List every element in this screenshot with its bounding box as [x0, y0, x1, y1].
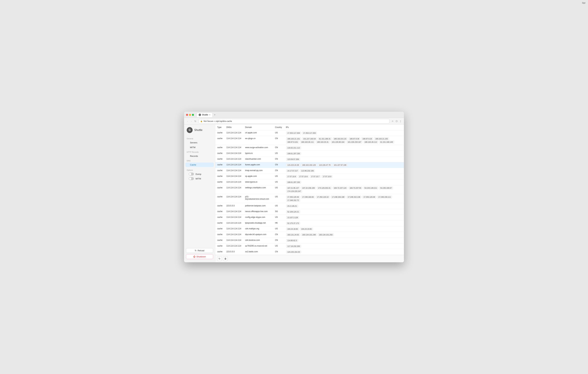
tab-close-button[interactable]: ✕ — [209, 114, 210, 116]
browser-tab[interactable]: G Shuttle ✕ — [197, 113, 213, 117]
ip-tag: 180.97.8.101 — [286, 141, 299, 143]
ip-tag: 180.163.26.112 — [363, 141, 378, 143]
cell-type: cache — [215, 215, 224, 220]
forward-button[interactable]: › — [190, 120, 193, 123]
cell-country: CN — [273, 162, 284, 168]
table-row[interactable]: cache114.114.114.114az764295.vo.msecnd.n… — [215, 243, 404, 249]
cell-country: CN — [273, 168, 284, 174]
cell-country: HK — [273, 220, 284, 226]
toggle-dump[interactable] — [189, 173, 194, 176]
cell-type: cache — [215, 249, 224, 255]
table-row[interactable]: cache114.114.114.114xp.apple.comUS17.57.… — [215, 174, 404, 179]
url-text: c.sipt.top/dns-cache — [214, 120, 232, 122]
ip-tag: 180.163.21.101 — [286, 137, 301, 140]
table-row[interactable]: cache114.114.114.114cdn.mathjax.orgUS104… — [215, 226, 404, 232]
ip-tag: 17.250.120.48 — [362, 196, 376, 198]
table-row[interactable]: cache114.114.114.114cdn.bootcss.comCN114… — [215, 238, 404, 243]
table-row[interactable]: cache114.114.114.114www.surge-activation… — [215, 145, 404, 151]
star-icon[interactable]: ☆ — [391, 120, 394, 123]
cell-dns: 114.114.114.114 — [224, 174, 243, 179]
table-row[interactable]: cache114.114.114.114settings.crashlytics… — [215, 185, 404, 194]
cell-domain: www.surge-activation.com — [243, 145, 273, 151]
cell-country: CN — [273, 145, 284, 151]
cell-country: CN — [273, 232, 284, 238]
cell-country: US — [273, 194, 284, 203]
sidebar-item-cache[interactable]: Cache — [185, 163, 214, 167]
cell-domain: config.edge.skype.com — [243, 215, 273, 220]
cell-type: cache — [215, 156, 224, 162]
table-row[interactable]: cache114.114.114.114p31-keyvalueservice.… — [215, 194, 404, 203]
cell-ips: 117.18.232.200 — [284, 243, 404, 249]
toolbar-icons: ☆ ⬡ ⋮ — [391, 120, 402, 123]
table-row[interactable]: cache114.114.114.114nexus.officeapps.liv… — [215, 209, 404, 215]
table-row[interactable]: cache114.114.114.114crl.apple.comUS17.25… — [215, 130, 404, 136]
ip-tag: 104.24.18.65 — [286, 228, 299, 230]
table-row[interactable]: cache223.5.5.5pollserver.lastpass.comUS2… — [215, 203, 404, 209]
cell-ips: 52.109.124.21 — [284, 209, 404, 215]
reload-sidebar-button[interactable]: ↻ Reload — [186, 248, 213, 253]
new-tab-button[interactable]: + — [213, 113, 216, 116]
tab-label: Shuttle — [202, 114, 208, 116]
sidebar-item-servers[interactable]: Servers — [185, 140, 214, 145]
back-button[interactable]: ‹ — [186, 120, 189, 123]
delete-button[interactable]: 🗑 — [223, 256, 228, 261]
table-row[interactable]: cache114.114.114.114tpixpcweb.cloudapp.n… — [215, 220, 404, 226]
ip-tag: 17.57.10.8 — [286, 175, 297, 178]
sidebar-item-mitm[interactable]: MITM — [185, 145, 214, 150]
cell-type: cache — [215, 145, 224, 151]
reload-icon: ↻ — [195, 249, 197, 252]
toggle-mitm[interactable] — [189, 177, 194, 180]
cell-domain: settings.crashlytics.com — [243, 185, 273, 194]
table-row[interactable]: cache114.114.114.114diycode.b0.upaiyun.c… — [215, 232, 404, 238]
tab-favicon: G — [199, 114, 201, 116]
col-ips: IPs — [284, 125, 404, 130]
table-row[interactable]: cache114.114.114.114typora.ioUS108.61.20… — [215, 151, 404, 156]
cell-type: cache — [215, 168, 224, 174]
sidebar-item-records[interactable]: Records — [185, 154, 214, 158]
main-content: Type DNSs Domain Country IPs cache114.11… — [215, 125, 404, 262]
table-row[interactable]: cache223.5.5.5ss2.baidu.comCN124.225.154… — [215, 249, 404, 255]
sidebar-section-dns: DNS — [184, 158, 215, 162]
cell-type: cache — [215, 151, 224, 156]
browser-window: G Shuttle ✕ + Sipt ‹ › ↻ 🔒 Not Secure c.… — [184, 112, 404, 262]
cell-country: US — [273, 174, 284, 179]
cell-dns: 223.5.5.5 — [224, 249, 243, 255]
table-row[interactable]: cache114.114.114.114xiaozhuanlan.comCN12… — [215, 156, 404, 162]
cell-dns: 114.114.114.114 — [224, 215, 243, 220]
url-bar[interactable]: 🔒 Not Secure c.sipt.top/dns-cache — [199, 119, 389, 124]
cell-ips: 116.62.211.112 — [284, 145, 404, 151]
table-row[interactable]: cache114.114.114.114config.edge.skype.co… — [215, 215, 404, 220]
table-row[interactable]: cache114.114.114.114wx.qlogo.cnCN180.163… — [215, 136, 404, 145]
ip-tag: 101.227.97.199 — [333, 164, 347, 166]
cell-dns: 114.114.114.114 — [224, 209, 243, 215]
col-dns: DNSs — [224, 125, 243, 130]
maximize-button[interactable] — [192, 114, 194, 116]
table-row[interactable]: cache114.114.114.114itunes.apple.comCN11… — [215, 162, 404, 168]
col-domain: Domain — [243, 125, 273, 130]
cell-country: SG — [273, 209, 284, 215]
minimize-button[interactable] — [189, 114, 191, 116]
cell-dns: 114.114.114.114 — [224, 130, 243, 136]
extension-icon[interactable]: ⬡ — [395, 120, 398, 123]
ip-tag: 17.248.160.84 — [301, 196, 315, 198]
reload-button[interactable]: ↻ — [194, 120, 197, 123]
ip-tag: 54.235.190.67 — [379, 187, 393, 189]
ip-tag: 183.134.101.248 — [301, 233, 317, 236]
cell-domain: ss2.baidu.com — [243, 249, 273, 255]
shutdown-button[interactable]: ⏻ Shutdown — [186, 254, 213, 259]
ip-tag: 13.107.3.128 — [286, 216, 299, 219]
ip-tag: 107.21.95.137 — [286, 187, 300, 189]
ip-tag: 17.57.10.7 — [310, 175, 321, 178]
ip-tag: 115.223.24.38 — [286, 164, 300, 166]
close-button[interactable] — [186, 114, 188, 116]
cell-domain: nexus.officeapps.live.com — [243, 209, 273, 215]
cell-type: cache — [215, 232, 224, 238]
data-table[interactable]: Type DNSs Domain Country IPs cache114.11… — [215, 125, 404, 255]
cell-country: US — [273, 215, 284, 220]
cell-domain: crl.apple.com — [243, 130, 273, 136]
table-row[interactable]: cache114.114.114.114imap.exmail.qq.comCN… — [215, 168, 404, 174]
cell-dns: 114.114.114.114 — [224, 151, 243, 156]
table-row[interactable]: cache114.114.114.114www.typora.ioUS108.6… — [215, 179, 404, 185]
menu-icon[interactable]: ⋮ — [399, 120, 402, 123]
refresh-button[interactable]: ↻ — [217, 256, 222, 261]
